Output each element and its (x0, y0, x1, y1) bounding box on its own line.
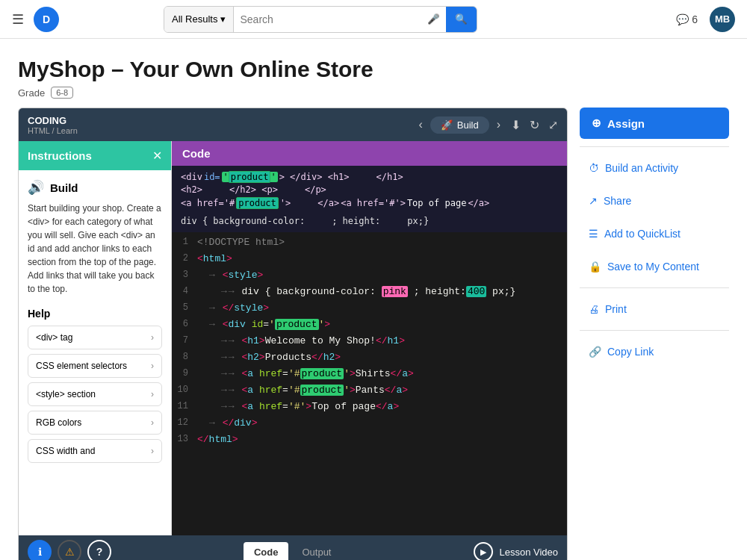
quicklist-icon: ☰ (589, 228, 598, 240)
avatar[interactable]: MB (710, 7, 735, 32)
chevron-down-icon: ▾ (220, 13, 226, 25)
logo-icon: D (33, 6, 60, 33)
code-line-3: 3 → <style> (172, 268, 567, 284)
help-item-css-selectors[interactable]: CSS element selectors › (28, 354, 162, 378)
fullscreen-icon-button[interactable]: ⤢ (548, 118, 558, 132)
chevron-right-icon: › (151, 446, 154, 456)
code-area: Code <div id='product' > </div> <h1> </h… (172, 141, 567, 535)
coding-body: Instructions ✕ 🔊 Build Start building yo… (19, 141, 567, 535)
code-header: Code (172, 141, 567, 166)
play-icon: ▶ (474, 542, 493, 560)
topbar-icons: ⬇ ↻ ⤢ (511, 118, 558, 132)
close-instructions-button[interactable]: ✕ (152, 149, 162, 163)
refresh-icon-button[interactable]: ↻ (530, 118, 539, 132)
help-item-div-tag[interactable]: <div> tag › (28, 326, 162, 349)
add-quicklist-button[interactable]: ☰ Add to QuickList (580, 220, 729, 247)
coding-label: CODING (28, 115, 78, 126)
divider-3 (580, 330, 729, 331)
next-arrow-button[interactable]: › (492, 115, 505, 134)
link-icon: 🔗 (589, 346, 601, 358)
save-content-button[interactable]: 🔒 Save to My Content (580, 253, 729, 280)
search-button[interactable]: 🔍 (446, 7, 477, 32)
share-icon: ↗ (589, 195, 598, 207)
build-pill: 🚀 Build (430, 116, 489, 134)
svg-text:D: D (43, 13, 50, 25)
print-icon: 🖨 (589, 303, 599, 315)
hamburger-icon[interactable]: ☰ (12, 11, 24, 28)
download-icon-button[interactable]: ⬇ (511, 118, 521, 132)
code-line-8: 8 →→ <h2>Products</h2> (172, 350, 567, 367)
code-line-5: 5 → </style> (172, 301, 567, 317)
lesson-video-button[interactable]: ▶ Lesson Video (474, 542, 558, 560)
help-item-css-width[interactable]: CSS width and › (28, 439, 162, 463)
code-preview: <div id='product' > </div> <h1> </h1> <h… (172, 166, 567, 232)
chevron-right-icon: › (151, 332, 154, 343)
code-line-6: 6 → <div id='product'> (172, 317, 567, 334)
chevron-right-icon: › (151, 417, 154, 428)
help-button[interactable]: ? (87, 540, 111, 560)
code-line-9: 9 →→ <a href='#product'>Shirts</a> (172, 367, 567, 383)
instructions-header: Instructions ✕ (19, 141, 171, 170)
output-tab[interactable]: Output (291, 542, 341, 561)
help-item-rgb-colors[interactable]: RGB colors › (28, 411, 162, 435)
grade-label: Grade (18, 87, 45, 99)
build-section-title: Build (50, 181, 78, 194)
share-button[interactable]: ↗ Share (580, 187, 729, 214)
coding-sublabel: HTML / Learn (28, 126, 78, 135)
preview-line-css: div { background-color: ; height: px;} (181, 216, 558, 226)
footer-tabs: Code Output (244, 542, 342, 561)
code-line-13: 13 </html> (172, 432, 567, 449)
build-activity-icon: ⏱ (589, 162, 599, 174)
mic-button[interactable]: 🎤 (421, 13, 446, 25)
coding-footer: ℹ ⚠ ? Code Output ▶ Lesson Video (19, 535, 567, 560)
code-line-12: 12 → </div> (172, 416, 567, 432)
code-line-4: 4 →→ div { background-color: pink ; heig… (172, 284, 567, 301)
instructions-title: Instructions (28, 149, 92, 162)
search-input[interactable] (234, 7, 421, 32)
footer-left: ℹ ⚠ ? (28, 540, 111, 560)
chevron-right-icon: › (151, 361, 154, 371)
speaker-icon[interactable]: 🔊 (28, 179, 44, 196)
grade-badge: 6-8 (51, 87, 73, 99)
instructions-panel: Instructions ✕ 🔊 Build Start building yo… (19, 141, 172, 535)
assign-button[interactable]: ⊕ Assign (580, 108, 729, 139)
search-bar: All Results ▾ 🎤 🔍 (164, 6, 477, 33)
main-area: CODING HTML / Learn ‹ 🚀 Build › ⬇ ↻ ⤢ (0, 108, 747, 560)
page-header: MyShop – Your Own Online Store Grade 6-8 (0, 39, 747, 108)
instructions-content: 🔊 Build Start building your shop. Create… (19, 170, 171, 535)
help-section: Help <div> tag › CSS element selectors ›… (28, 308, 162, 463)
help-title: Help (28, 308, 162, 320)
code-line-11: 11 →→ <a href='#'>Top of page</a> (172, 399, 567, 416)
copy-link-button[interactable]: 🔗 Copy Link (580, 338, 729, 365)
coding-topbar: CODING HTML / Learn ‹ 🚀 Build › ⬇ ↻ ⤢ (19, 108, 567, 141)
code-line-10: 10 →→ <a href='#product'>Pants</a> (172, 383, 567, 399)
warning-button[interactable]: ⚠ (58, 540, 81, 560)
divider-1 (580, 146, 729, 147)
prev-arrow-button[interactable]: ‹ (414, 115, 427, 134)
right-panel: ⊕ Assign ⏱ Build an Activity ↗ Share ☰ A… (580, 108, 729, 560)
code-line-7: 7 →→ <h1>Welcome to My Shop!</h1> (172, 334, 567, 350)
build-activity-button[interactable]: ⏱ Build an Activity (580, 155, 729, 181)
code-line-1: 1 <!DOCTYPE html> (172, 235, 567, 252)
print-button[interactable]: 🖨 Print (580, 296, 729, 323)
chevron-right-icon: › (151, 389, 154, 399)
preview-line-1: <div id='product' > </div> <h1> </h1> (181, 172, 558, 182)
help-item-style-section[interactable]: <style> section › (28, 382, 162, 406)
preview-line-2: <h2> </h2> <p> </p> (181, 184, 558, 195)
nav-right: 💬 6 MB (676, 7, 735, 32)
page-title: MyShop – Your Own Online Store (18, 57, 729, 82)
code-line-2: 2 <html> (172, 252, 567, 268)
coding-label-group: CODING HTML / Learn (28, 115, 78, 135)
coding-panel: CODING HTML / Learn ‹ 🚀 Build › ⬇ ↻ ⤢ (18, 108, 568, 560)
code-editor[interactable]: 1 <!DOCTYPE html> 2 <html> 3 → <style> 4… (172, 232, 567, 535)
nav-arrows: ‹ 🚀 Build › (414, 115, 505, 134)
preview-line-3: <a href='#product'> </a> <a href='#'>Top… (181, 197, 558, 209)
notification-icon[interactable]: 💬 6 (676, 13, 698, 25)
info-button[interactable]: ℹ (28, 540, 52, 560)
save-icon: 🔒 (589, 261, 601, 273)
search-type-dropdown[interactable]: All Results ▾ (164, 7, 234, 32)
assign-icon: ⊕ (592, 116, 601, 130)
code-tab[interactable]: Code (244, 542, 289, 561)
top-nav: ☰ D All Results ▾ 🎤 🔍 💬 6 MB (0, 0, 747, 39)
grade-row: Grade 6-8 (18, 87, 729, 99)
